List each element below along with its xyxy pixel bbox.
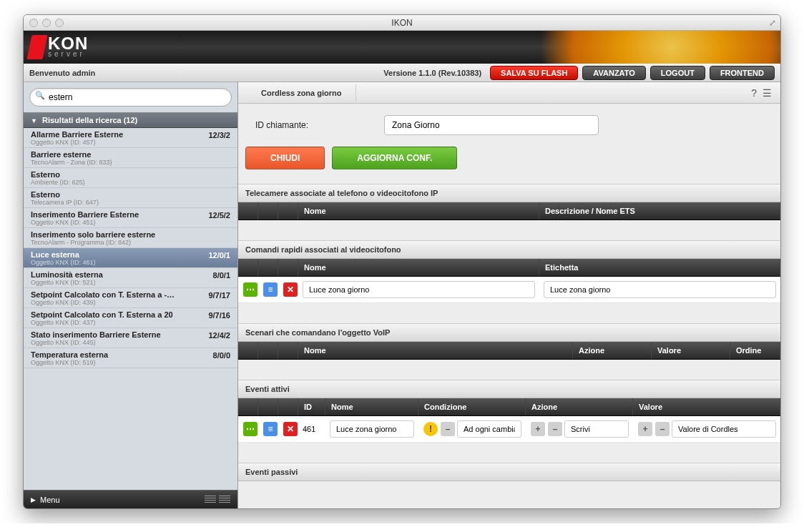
list-icon[interactable]: ☰ [763, 87, 772, 99]
welcome-text: Benvenuto admin [29, 69, 95, 77]
frontend-button[interactable]: FRONTEND [710, 66, 775, 80]
titlebar: IKON ⤢ [24, 15, 780, 31]
passive-events-panel-title: Eventi passivi [238, 463, 780, 481]
result-name: Luce esterna [31, 250, 230, 259]
delete-icon[interactable]: ✕ [283, 422, 298, 436]
event-name-input[interactable] [330, 420, 414, 438]
result-sub: Telecamera IP (ID: 647) [31, 199, 230, 206]
results-header[interactable]: ▼ Risultati della ricerca (12) [24, 112, 237, 128]
search-result-item[interactable]: Barriere esterneTecnoAlarm - Zona (ID: 8… [24, 148, 237, 168]
delete-icon[interactable]: ✕ [283, 282, 298, 297]
logo-mark-icon [26, 35, 47, 59]
menu-label: Menu [40, 496, 60, 504]
search-result-item[interactable]: Inserimento Barriere EsterneOggetto KNX … [24, 208, 237, 228]
plus-icon[interactable]: + [531, 422, 545, 436]
search-result-item[interactable]: Temperatura esternaOggetto KNX (ID: 519)… [24, 348, 237, 368]
result-sub: Oggetto KNX (ID: 457) [31, 139, 230, 146]
result-sub: TecnoAlarm - Programma (ID: 842) [31, 239, 230, 246]
result-sub: TecnoAlarm - Zona (ID: 833) [31, 159, 230, 166]
result-name: Inserimento Barriere Esterne [31, 210, 230, 219]
result-sub: Oggetto KNX (ID: 437) [31, 319, 230, 326]
result-sub: Oggetto KNX (ID: 445) [31, 339, 230, 346]
minus-icon[interactable]: – [655, 422, 670, 436]
result-sub: Oggetto KNX (ID: 521) [31, 279, 230, 286]
result-sub: Oggetto KNX (ID: 461) [31, 259, 230, 266]
caller-id-label: ID chiamante: [255, 120, 370, 130]
help-icon[interactable]: ? [751, 87, 757, 99]
menu-bar[interactable]: ▶ Menu [24, 490, 237, 508]
command-label-input[interactable] [544, 281, 776, 298]
active-events-panel-title: Eventi attivi [238, 380, 780, 398]
tab-cordless[interactable]: Cordless zona giorno [247, 84, 356, 102]
chevron-right-icon: ▶ [31, 496, 36, 503]
result-sub: Oggetto KNX (ID: 519) [31, 359, 230, 366]
warning-icon[interactable]: ! [423, 422, 438, 436]
search-result-item[interactable]: Stato inserimento Barriere EsterneOggett… [24, 328, 237, 348]
result-address: 12/3/2 [208, 131, 230, 139]
search-result-item[interactable]: Luce esternaOggetto KNX (ID: 461)12/0/1 [24, 248, 237, 268]
result-address: 8/0/1 [213, 271, 230, 280]
main-area: Cordless zona giorno ? ☰ ID chiamante: C… [238, 82, 780, 508]
fullscreen-icon[interactable]: ⤢ [769, 18, 776, 28]
event-id: 461 [298, 423, 325, 435]
scenarios-table-header: Nome Azione Valore Ordine [238, 342, 780, 360]
collapse-icon[interactable] [219, 496, 230, 504]
update-config-button[interactable]: AGGIORNA CONF. [332, 147, 457, 169]
result-name: Inserimento solo barriere esterne [31, 230, 230, 239]
add-icon[interactable]: ⋯ [243, 282, 258, 297]
result-address: 8/0/0 [213, 351, 230, 360]
add-icon[interactable]: ⋯ [243, 422, 258, 436]
advanced-button[interactable]: AVANZATO [582, 66, 645, 80]
logo-text: KON [48, 37, 88, 50]
commands-table-header: Nome Etichetta [238, 259, 780, 277]
commands-row: ⋯ ≡ ✕ [238, 277, 780, 303]
edit-icon[interactable]: ≡ [263, 422, 278, 436]
event-cond-input[interactable] [457, 420, 521, 438]
minus-icon[interactable]: – [548, 422, 562, 436]
search-result-item[interactable]: Setpoint Calcolato con T. Esterna a -…Og… [24, 288, 237, 308]
search-input[interactable] [29, 88, 232, 107]
logo: KON server [29, 35, 88, 59]
result-sub: Oggetto KNX (ID: 439) [31, 299, 230, 306]
active-event-row: ⋯ ≡ ✕ 461 ! – + – + – [238, 416, 780, 443]
edit-icon[interactable]: ≡ [263, 282, 278, 297]
result-name: Luminosità esterna [31, 270, 230, 279]
result-address: 12/4/2 [208, 331, 230, 340]
save-flash-button[interactable]: SALVA SU FLASH [490, 66, 578, 80]
search-result-item[interactable]: EsternoAmbiente (ID: 625) [24, 168, 237, 188]
result-address: 9/7/16 [208, 311, 230, 320]
result-name: Setpoint Calcolato con T. Esterna a 20 [31, 310, 230, 319]
cameras-panel-title: Telecamere associate al telefono o video… [238, 184, 780, 202]
expand-icon[interactable] [205, 496, 216, 504]
plus-icon[interactable]: + [638, 422, 652, 436]
search-result-item[interactable]: Allarme Barriere EsterneOggetto KNX (ID:… [24, 128, 237, 148]
search-result-item[interactable]: Inserimento solo barriere esterneTecnoAl… [24, 228, 237, 248]
search-result-item[interactable]: EsternoTelecamera IP (ID: 647) [24, 188, 237, 208]
result-name: Allarme Barriere Esterne [31, 130, 230, 139]
result-address: 9/7/17 [208, 291, 230, 300]
sidebar: ▼ Risultati della ricerca (12) Allarme B… [24, 82, 238, 508]
result-sub: Ambiente (ID: 625) [31, 179, 230, 186]
app-window: IKON ⤢ KON server Benvenuto admin Versio… [23, 14, 781, 509]
scenarios-panel-title: Scenari che comandano l'oggetto VoIP [238, 323, 780, 342]
result-address: 12/0/1 [208, 251, 230, 260]
minus-icon[interactable]: – [441, 422, 455, 436]
cameras-table-header: Nome Descrizione / Nome ETS [238, 202, 780, 220]
command-name-input[interactable] [303, 281, 535, 298]
result-name: Barriere esterne [31, 150, 230, 159]
result-name: Setpoint Calcolato con T. Esterna a -… [31, 290, 230, 299]
toolbar: Benvenuto admin Versione 1.1.0 (Rev.1038… [24, 64, 780, 82]
result-name: Stato inserimento Barriere Esterne [31, 330, 230, 339]
logout-button[interactable]: LOGOUT [650, 66, 705, 80]
result-address: 12/5/2 [208, 211, 230, 220]
close-button[interactable]: CHIUDI [245, 147, 325, 169]
search-result-item[interactable]: Setpoint Calcolato con T. Esterna a 20Og… [24, 308, 237, 328]
commands-panel-title: Comandi rapidi associati al videocitofon… [238, 240, 780, 259]
event-value-input[interactable] [672, 420, 776, 438]
brand-flare [509, 31, 780, 64]
caller-id-input[interactable] [384, 115, 599, 135]
result-name: Temperatura esterna [31, 350, 230, 359]
event-action-input[interactable] [564, 420, 629, 438]
search-result-item[interactable]: Luminosità esternaOggetto KNX (ID: 521)8… [24, 268, 237, 288]
result-name: Esterno [31, 170, 230, 179]
